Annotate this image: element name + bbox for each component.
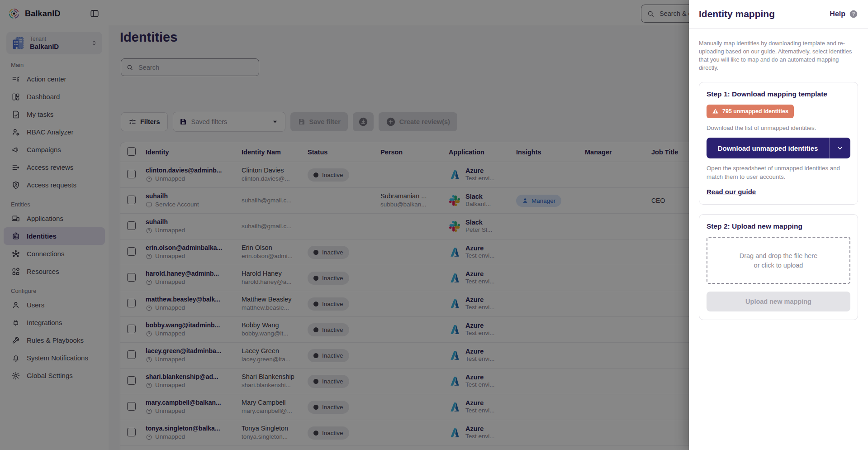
help-icon xyxy=(849,10,858,19)
dropzone-line1: Drag and drop the file here xyxy=(740,252,818,259)
step2-title: Step 2: Upload new mapping xyxy=(707,222,850,230)
upload-new-mapping-button[interactable]: Upload new mapping xyxy=(707,292,850,311)
drawer-body: Manually map identities by downloading t… xyxy=(689,29,868,329)
step2-card: Step 2: Upload new mapping Drag and drop… xyxy=(699,214,858,320)
chevron-down-icon[interactable] xyxy=(829,138,850,158)
identity-mapping-drawer: Identity mapping Help Manually map ident… xyxy=(689,0,868,450)
warning-icon xyxy=(712,108,719,115)
app-root: BalkanID Tenant BalkanID xyxy=(0,0,868,450)
read-guide-link[interactable]: Read our guide xyxy=(707,188,756,196)
step1-after-hint: Open the spreadsheet of unmapped identit… xyxy=(707,164,850,181)
drawer-title: Identity mapping xyxy=(699,9,775,19)
help-link[interactable]: Help xyxy=(830,10,858,19)
help-link-label: Help xyxy=(830,10,845,18)
unmapped-count-badge: 795 unmapped identities xyxy=(707,105,794,118)
step1-card: Step 1: Download mapping template 795 un… xyxy=(699,82,858,205)
unmapped-count-label: 795 unmapped identities xyxy=(722,108,788,115)
drawer-header: Identity mapping Help xyxy=(689,0,868,29)
download-unmapped-label: Download unmapped identities xyxy=(707,138,829,158)
step1-title: Step 1: Download mapping template xyxy=(707,90,850,98)
drawer-description: Manually map identities by downloading t… xyxy=(699,39,858,72)
download-unmapped-button[interactable]: Download unmapped identities xyxy=(707,138,850,158)
upload-dropzone[interactable]: Drag and drop the file here or click to … xyxy=(707,237,850,284)
dropzone-line2: or click to upload xyxy=(754,262,803,269)
step1-hint: Download the list of unmapped identities… xyxy=(707,124,850,133)
